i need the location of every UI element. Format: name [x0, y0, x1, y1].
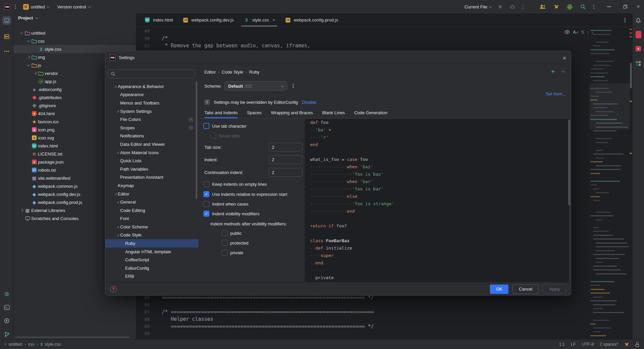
encoding[interactable]: UTF-8	[582, 342, 594, 347]
tab-blank-lines[interactable]: Blank Lines	[322, 110, 345, 118]
help-icon[interactable]: ?	[110, 286, 117, 293]
tab-tabs-and-indents[interactable]: Tabs and Indents	[204, 110, 238, 118]
atom-plugin-icon[interactable]	[566, 4, 573, 10]
settings-tree-item[interactable]: ERB	[105, 272, 198, 281]
breadcrumb-item[interactable]: Editor	[204, 70, 216, 75]
scheme-dropdown[interactable]: Default IDE	[225, 81, 287, 91]
dialog-title-bar[interactable]: RM Settings	[105, 51, 571, 64]
error-stripe-mark[interactable]	[630, 36, 632, 37]
run-button[interactable]	[499, 5, 502, 9]
input-indent-[interactable]	[269, 155, 302, 164]
settings-breadcrumb[interactable]: Editor›Code Style›Ruby	[204, 70, 259, 75]
settings-tree-item[interactable]: File Colors	[105, 115, 198, 124]
settings-gear-icon[interactable]	[2, 290, 11, 298]
debug-button[interactable]	[510, 4, 515, 9]
checkbox-public[interactable]	[221, 230, 228, 236]
ok-button[interactable]: OK	[490, 285, 508, 294]
settings-tree-item[interactable]: Code Editing	[105, 206, 198, 215]
unlocked-icon[interactable]	[635, 342, 639, 347]
cancel-button[interactable]: Cancel	[512, 285, 539, 294]
settings-tree-item[interactable]: General	[105, 198, 198, 206]
project-tool-button[interactable]	[2, 16, 11, 25]
close-tab-icon[interactable]: ×	[273, 17, 275, 23]
notifications-bell-icon[interactable]	[634, 16, 643, 25]
tab-code-generation[interactable]: Code Generation	[354, 110, 387, 118]
caret-position[interactable]: 1:1	[559, 342, 565, 347]
dialog-close-icon[interactable]: ×	[562, 55, 566, 62]
settings-search-input[interactable]	[117, 72, 185, 77]
editor-tab[interactable]: JSwebpack.config.prod.js	[280, 13, 343, 27]
git-branch-icon[interactable]	[2, 330, 11, 339]
scheme-options-icon[interactable]	[293, 84, 294, 88]
input-tab-size-[interactable]	[269, 143, 302, 151]
project-horizontal-scrollbar[interactable]	[15, 337, 129, 338]
settings-tree-item[interactable]: Angular HTML template	[105, 248, 198, 256]
inspections-widget[interactable]: A✓ 5 ↑ ↓	[564, 30, 594, 35]
code-with-me-icon[interactable]	[539, 4, 546, 9]
chevron-down-icon[interactable]	[26, 64, 31, 66]
settings-tree-item[interactable]: Atom Material Icons	[105, 148, 198, 157]
project-widget[interactable]: U untitled	[23, 4, 49, 10]
warning-stripe-mark[interactable]	[630, 153, 632, 154]
commit-tool-button[interactable]	[2, 32, 11, 41]
settings-tree-item[interactable]: Menus and Toolbars	[105, 99, 198, 107]
settings-tree-item[interactable]: Presentation Assistant	[105, 173, 198, 182]
editor-tab[interactable]: JSwebpack.config.dev.js	[178, 13, 238, 27]
tool-window-icon-red[interactable]	[634, 30, 643, 39]
tab-wrapping-and-braces[interactable]: Wrapping and Braces	[271, 110, 313, 118]
vcs-widget[interactable]: Version control	[57, 4, 91, 9]
chevron-down-icon[interactable]	[113, 85, 118, 87]
tab-options-icon[interactable]	[625, 18, 626, 23]
reader-mode-eye-icon[interactable]	[564, 30, 570, 34]
settings-tree-item[interactable]: System Settings	[105, 107, 198, 116]
checkbox-keep-indents-on-empty-lines[interactable]	[203, 181, 209, 187]
maximize-button[interactable]	[623, 5, 627, 9]
status-breadcrumbs[interactable]: • untitled › css › 3 style.css	[0, 342, 61, 347]
settings-tree-item[interactable]: Notifications	[105, 132, 198, 140]
close-window-button[interactable]: ×	[637, 3, 640, 10]
editor-code-top[interactable]: 4950/*51 * Remove the gap between audio,…	[136, 27, 569, 49]
indent-style[interactable]: 2 spaces*	[600, 342, 618, 347]
editor-code-bottom[interactable]: 85======================================…	[136, 294, 569, 337]
preview-scrollbar[interactable]	[568, 120, 570, 205]
chevron-right-icon[interactable]	[115, 110, 120, 112]
settings-tree-item[interactable]: Quick Lists	[105, 157, 198, 165]
chevron-right-icon[interactable]	[115, 226, 120, 228]
code-minimap[interactable]	[590, 29, 629, 339]
chevron-right-icon[interactable]	[115, 201, 120, 203]
chevron-down-icon[interactable]	[113, 193, 118, 195]
checkbox-protected[interactable]	[221, 240, 228, 246]
checkbox-use-indents-relative-to-expression-start[interactable]: ✓	[203, 191, 209, 197]
terminal-tool-button[interactable]	[2, 303, 11, 312]
settings-tree-item[interactable]: Color Scheme	[105, 223, 198, 231]
chevron-right-icon[interactable]	[115, 151, 120, 154]
settings-tree-scrollbar[interactable]	[196, 81, 197, 199]
more-toolbar-icon[interactable]	[593, 5, 594, 9]
chevron-down-icon[interactable]	[115, 234, 120, 236]
main-menu-icon[interactable]	[15, 5, 16, 9]
disable-link[interactable]: Disable	[302, 100, 316, 105]
chevron-right-icon[interactable]	[32, 72, 38, 75]
error-stripe-mark[interactable]	[630, 33, 632, 34]
settings-tree-item[interactable]: Data Editor and Viewer	[105, 140, 198, 148]
checkbox-indent-visibility-modifiers[interactable]: ✓	[203, 211, 209, 217]
chevron-down-icon[interactable]	[19, 32, 24, 34]
warning-stripe-mark[interactable]	[630, 101, 632, 102]
editor-tab[interactable]: 3style.css×	[238, 13, 280, 27]
checkbox-private[interactable]	[221, 250, 228, 256]
minimize-button[interactable]	[607, 6, 611, 7]
error-stripe-mark[interactable]	[630, 29, 632, 30]
tab-spaces[interactable]: Spaces	[247, 110, 261, 118]
line-separator[interactable]: LF	[571, 342, 576, 347]
settings-tree-item[interactable]: Appearance	[105, 91, 198, 99]
run-configuration-selector[interactable]: Current File	[464, 4, 492, 9]
project-tree-item[interactable]: css	[13, 37, 136, 45]
prev-problem-icon[interactable]: ↑	[587, 30, 589, 35]
more-tool-windows-icon[interactable]	[2, 47, 11, 56]
chevron-right-icon[interactable]	[19, 209, 24, 212]
settings-tree-item[interactable]: Ruby	[105, 239, 198, 248]
editor-tab[interactable]: <>index.html	[139, 13, 178, 27]
minimap-viewport[interactable]	[590, 83, 630, 129]
apply-button[interactable]: Apply	[543, 285, 566, 294]
forward-arrow-icon[interactable]	[560, 69, 565, 74]
